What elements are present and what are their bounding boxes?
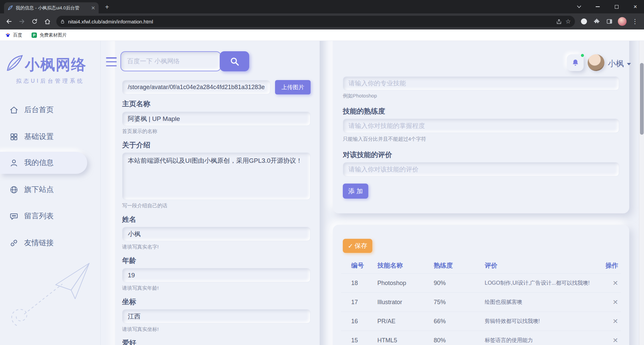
- location-input[interactable]: [122, 309, 311, 324]
- bookmark-material[interactable]: P 免费素材图片: [32, 32, 67, 38]
- extensions-puzzle-icon[interactable]: [590, 15, 603, 28]
- sidebar-item-sites[interactable]: 旗下站点: [0, 179, 94, 201]
- refresh-icon[interactable]: [28, 15, 41, 28]
- delete-row-icon[interactable]: ✕: [612, 336, 621, 344]
- sidebar-item-settings[interactable]: 基础设置: [0, 126, 94, 148]
- sidebar-item-home[interactable]: 后台首页: [0, 99, 94, 121]
- cell-id: 17: [351, 299, 377, 306]
- cell-comment: 标签语言的使用能力: [485, 337, 600, 344]
- homepage-name-input[interactable]: [122, 112, 311, 126]
- sidebar-item-label: 基础设置: [24, 132, 54, 142]
- delete-row-icon[interactable]: ✕: [612, 279, 621, 287]
- page-scrollbar[interactable]: [639, 41, 644, 345]
- name-input[interactable]: [122, 227, 311, 241]
- scrollbar-thumb[interactable]: [640, 63, 644, 135]
- browser-profile-avatar[interactable]: [616, 15, 629, 28]
- address-bar[interactable]: nitai4.xfwl.club/admin/information.html …: [56, 16, 575, 27]
- age-label: 年龄: [122, 256, 136, 265]
- sidebar-item-my-info[interactable]: 我的信息: [0, 152, 87, 174]
- cell-skill: Photoshop: [377, 280, 434, 287]
- side-panel-icon[interactable]: [603, 15, 616, 28]
- cell-comment: 绘图也很腻害噢: [485, 299, 600, 306]
- bell-icon: [571, 58, 580, 67]
- logo-subtitle: 拟态UI后台管理系统: [0, 78, 101, 85]
- forward-icon[interactable]: [15, 15, 28, 28]
- home-icon[interactable]: [41, 15, 54, 28]
- sidebar-item-label: 旗下站点: [24, 185, 54, 195]
- skill-name-hint: 例如Photoshop: [343, 93, 377, 99]
- sidebar-item-label: 留言列表: [24, 211, 54, 221]
- cell-skill: Illustrator: [377, 299, 434, 306]
- home-icon: [9, 106, 18, 115]
- table-row: 18 Photoshop 90% LOGO制作,UI设计,广告设计...都可以找…: [341, 273, 621, 292]
- proficiency-input[interactable]: [343, 119, 619, 133]
- back-icon[interactable]: [3, 15, 15, 28]
- delete-row-icon[interactable]: ✕: [612, 298, 621, 306]
- url-text: nitai4.xfwl.club/admin/information.html: [68, 19, 552, 24]
- user-menu[interactable]: 小枫: [608, 58, 631, 69]
- globe-icon: [9, 185, 18, 194]
- window-maximize-button[interactable]: [608, 0, 625, 13]
- skills-table: 编号 技能名称 熟练度 评价 操作 18 Photoshop 90% LOGO制…: [341, 258, 621, 345]
- save-button[interactable]: ✓保存: [343, 239, 372, 253]
- delete-row-icon[interactable]: ✕: [612, 317, 621, 325]
- cell-id: 16: [351, 318, 377, 325]
- homepage-name-label: 主页名称: [122, 99, 150, 109]
- tab-strip: 我的信息 - 小枫拟态ui4.0后台管 ✕ + ×: [0, 0, 644, 13]
- homepage-name-hint: 首页展示的名称: [122, 128, 157, 135]
- proficiency-label: 技能的熟练度: [343, 107, 385, 116]
- location-hint: 请填写真实坐标!: [122, 326, 159, 333]
- sidebar: 小枫网络 拟态UI后台管理系统 后台首页 基础设置 我的信息: [0, 41, 101, 345]
- sidebar-item-label: 后台首页: [24, 105, 54, 115]
- share-icon[interactable]: [556, 18, 562, 25]
- header-comment: 评价: [485, 261, 600, 270]
- age-input[interactable]: [122, 268, 311, 282]
- header-id: 编号: [351, 261, 377, 270]
- window-close-button[interactable]: ×: [627, 0, 644, 13]
- skill-name-input[interactable]: [343, 76, 619, 90]
- upload-image-button[interactable]: 上传图片: [275, 80, 311, 94]
- tab-search-icon[interactable]: [570, 0, 588, 13]
- bookmark-baidu[interactable]: 百度: [5, 32, 22, 38]
- browser-toolbar: nitai4.xfwl.club/admin/information.html …: [0, 13, 644, 29]
- evaluation-input[interactable]: [343, 162, 619, 177]
- extension-circle-icon[interactable]: [578, 15, 590, 28]
- table-header-row: 编号 技能名称 熟练度 评价 操作: [341, 258, 621, 273]
- cell-level: 90%: [434, 280, 485, 287]
- cell-level: 66%: [434, 318, 485, 325]
- avatar-path-input[interactable]: [122, 80, 270, 94]
- new-tab-button[interactable]: +: [103, 3, 111, 11]
- comment-icon: [9, 212, 18, 221]
- search-input[interactable]: [120, 51, 221, 71]
- about-textarea[interactable]: 本站前端源代码以及UI图由小枫原创，采用GPL3.0开源协议！: [122, 152, 311, 200]
- search-button[interactable]: [220, 51, 249, 71]
- sidebar-item-messages[interactable]: 留言列表: [0, 205, 94, 227]
- tab-close-icon[interactable]: ✕: [91, 5, 95, 10]
- cell-id: 18: [351, 280, 377, 287]
- menu-toggle-icon[interactable]: [106, 57, 117, 66]
- header-level: 熟练度: [434, 261, 485, 270]
- name-label: 姓名: [122, 215, 136, 224]
- header-actions: 操作: [605, 261, 621, 270]
- cell-skill: HTML5: [377, 337, 434, 344]
- user-icon: [9, 158, 18, 167]
- site-favicon-icon: [7, 5, 13, 11]
- window-minimize-button[interactable]: [589, 0, 606, 13]
- age-hint: 请填写真实年龄!: [122, 285, 159, 291]
- logo-wing-icon: [5, 54, 23, 74]
- paw-icon: [5, 32, 10, 38]
- table-row: 17 Illustrator 75% 绘图也很腻害噢 ✕: [341, 292, 621, 312]
- bookmark-star-icon[interactable]: ☆: [566, 18, 571, 25]
- user-avatar[interactable]: [588, 54, 604, 71]
- notifications-button[interactable]: [567, 54, 584, 71]
- lock-icon: [60, 19, 65, 24]
- browser-menu-icon[interactable]: ⋮: [629, 15, 641, 28]
- bookmark-label: 百度: [13, 32, 22, 38]
- header-skill: 技能名称: [377, 261, 434, 270]
- add-skill-button[interactable]: 添 加: [343, 184, 368, 199]
- browser-tab[interactable]: 我的信息 - 小枫拟态ui4.0后台管 ✕: [4, 2, 99, 13]
- check-icon: ✓: [348, 242, 353, 250]
- about-hint: 写一段介绍自己的话: [122, 203, 167, 209]
- cell-level: 75%: [434, 299, 485, 306]
- cell-level: 80%: [434, 337, 485, 344]
